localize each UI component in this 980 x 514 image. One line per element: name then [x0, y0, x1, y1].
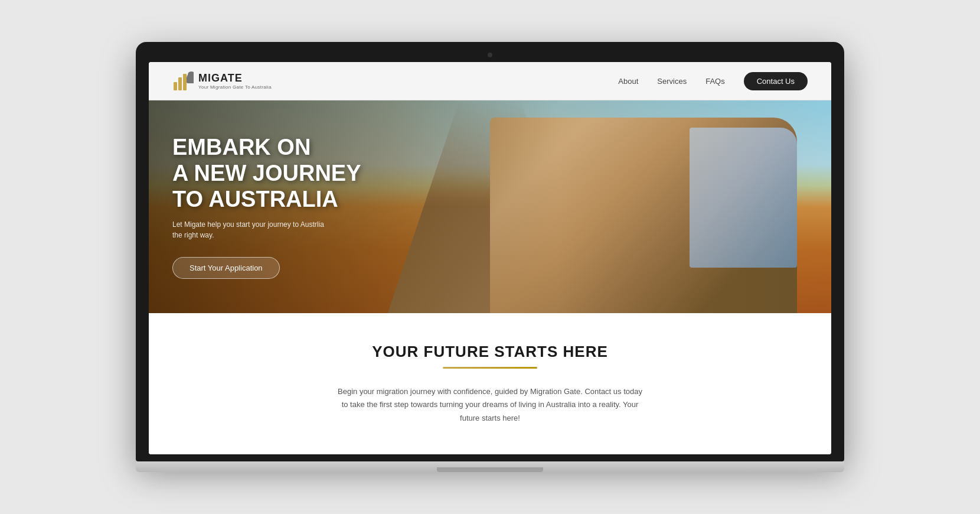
- laptop-base: [136, 461, 844, 472]
- future-body-text: Begin your migration journey with confid…: [337, 385, 643, 424]
- laptop-camera: [488, 53, 492, 57]
- svg-rect-2: [183, 74, 187, 90]
- hero-section: EMBARK ON A NEW JOURNEY TO AUSTRALIA Let…: [149, 100, 831, 313]
- hero-content: EMBARK ON A NEW JOURNEY TO AUSTRALIA Let…: [172, 135, 361, 279]
- nav-links: About Services FAQs Contact Us: [618, 72, 808, 90]
- nav-item-services[interactable]: Services: [657, 77, 687, 86]
- future-section: YOUR FUTURE STARTS HERE Begin your migra…: [149, 313, 831, 454]
- svg-rect-0: [174, 82, 177, 90]
- migate-logo-icon: [172, 70, 194, 92]
- hero-title: EMBARK ON A NEW JOURNEY TO AUSTRALIA: [172, 135, 361, 212]
- laptop-outer: MIGATE Your Migration Gate To Australia …: [136, 42, 844, 471]
- logo-brand-text: MIGATE: [198, 72, 272, 84]
- hero-title-line2: A NEW JOURNEY: [172, 161, 361, 186]
- future-title-underline: [443, 367, 537, 369]
- logo-area: MIGATE Your Migration Gate To Australia: [172, 70, 272, 92]
- svg-rect-3: [187, 76, 194, 83]
- future-title: YOUR FUTURE STARTS HERE: [172, 343, 808, 361]
- nav-contact-button[interactable]: Contact Us: [744, 72, 808, 90]
- nav-item-about[interactable]: About: [618, 77, 638, 86]
- navbar: MIGATE Your Migration Gate To Australia …: [149, 62, 831, 100]
- hero-title-line3: TO AUSTRALIA: [172, 187, 338, 212]
- hero-title-line1: EMBARK ON: [172, 135, 311, 160]
- laptop-screen-bezel: MIGATE Your Migration Gate To Australia …: [136, 42, 844, 461]
- svg-rect-1: [178, 77, 182, 90]
- website: MIGATE Your Migration Gate To Australia …: [149, 62, 831, 454]
- nav-item-faqs[interactable]: FAQs: [705, 77, 725, 86]
- laptop-screen: MIGATE Your Migration Gate To Australia …: [149, 62, 831, 454]
- start-application-button[interactable]: Start Your Application: [172, 257, 280, 279]
- logo-sub-text: Your Migration Gate To Australia: [198, 84, 272, 90]
- hero-subtitle: Let Migate help you start your journey t…: [172, 219, 326, 240]
- logo-text-area: MIGATE Your Migration Gate To Australia: [198, 72, 272, 90]
